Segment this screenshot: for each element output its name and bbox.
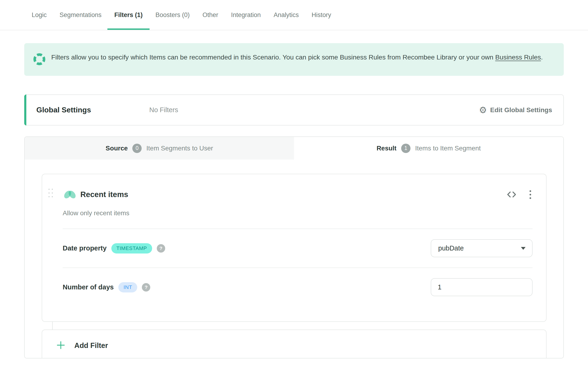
timestamp-type-badge: TIMESTAMP bbox=[111, 243, 152, 254]
date-property-label: Date property bbox=[63, 244, 107, 252]
tab-filters[interactable]: Filters (1) bbox=[114, 0, 143, 30]
param-row-number-of-days: Number of days INT ? bbox=[63, 268, 533, 307]
result-tab-description: Items to Item Segment bbox=[415, 144, 481, 152]
source-tab-label: Source bbox=[105, 144, 128, 152]
banner-text-suffix: . bbox=[541, 53, 543, 61]
tab-integration[interactable]: Integration bbox=[231, 0, 261, 30]
scenario-tabbar: Logic Segmentations Filters (1) Boosters… bbox=[0, 0, 588, 30]
panel-tabs: Source 0 Item Segments to User Result 1 … bbox=[25, 137, 563, 160]
help-icon[interactable]: ? bbox=[142, 283, 150, 291]
global-settings-title: Global Settings bbox=[36, 106, 91, 114]
filter-card-header: Recent items bbox=[63, 187, 533, 202]
date-property-select-value: pubDate bbox=[438, 244, 464, 252]
tab-analytics[interactable]: Analytics bbox=[273, 0, 299, 30]
global-settings-card: Global Settings No Filters ⚙ Edit Global… bbox=[24, 94, 564, 125]
tab-other[interactable]: Other bbox=[202, 0, 218, 30]
filter-card-recent-items: Recent items Allow only recent items Dat… bbox=[42, 174, 546, 322]
gear-icon: ⚙ bbox=[479, 106, 487, 114]
number-of-days-input[interactable] bbox=[431, 278, 533, 296]
result-count-badge: 1 bbox=[401, 144, 410, 153]
add-filter-label: Add Filter bbox=[74, 342, 108, 350]
filter-description: Allow only recent items bbox=[63, 210, 533, 217]
drag-handle-icon[interactable] bbox=[48, 189, 53, 197]
banner-text: Filters allow you to specify which Items… bbox=[51, 52, 543, 63]
help-icon[interactable]: ? bbox=[157, 244, 165, 253]
global-settings-accent-bar bbox=[24, 94, 26, 125]
banner-text-main: Filters allow you to specify which Items… bbox=[51, 53, 495, 61]
code-icon[interactable] bbox=[507, 191, 516, 198]
plus-icon bbox=[57, 341, 65, 350]
filter-card-actions bbox=[507, 189, 533, 200]
tab-segmentations[interactable]: Segmentations bbox=[60, 0, 102, 30]
number-of-days-label: Number of days bbox=[63, 283, 114, 291]
life-buoy-icon bbox=[33, 53, 46, 67]
result-tab-label: Result bbox=[377, 144, 397, 152]
tab-result[interactable]: Result 1 Items to Item Segment bbox=[294, 137, 563, 160]
chevron-down-icon bbox=[521, 247, 525, 250]
date-property-select[interactable]: pubDate bbox=[431, 239, 533, 257]
tab-boosters[interactable]: Boosters (0) bbox=[155, 0, 190, 30]
edit-global-settings-button[interactable]: ⚙ Edit Global Settings bbox=[479, 106, 552, 114]
business-rules-link[interactable]: Business Rules bbox=[495, 53, 541, 61]
param-row-date-property: Date property TIMESTAMP ? pubDate bbox=[63, 229, 533, 267]
card-connector-line bbox=[52, 322, 53, 330]
tab-source[interactable]: Source 0 Item Segments to User bbox=[25, 137, 294, 160]
source-tab-description: Item Segments to User bbox=[146, 144, 213, 152]
filter-title: Recent items bbox=[80, 190, 128, 199]
tab-history[interactable]: History bbox=[312, 0, 331, 30]
tab-logic[interactable]: Logic bbox=[32, 0, 47, 30]
source-count-badge: 0 bbox=[132, 144, 142, 153]
filters-info-banner: Filters allow you to specify which Items… bbox=[24, 43, 564, 76]
filters-panel: Source 0 Item Segments to User Result 1 … bbox=[24, 136, 564, 358]
global-settings-status: No Filters bbox=[149, 106, 178, 114]
add-filter-button[interactable]: Add Filter bbox=[42, 330, 546, 358]
edit-global-settings-label: Edit Global Settings bbox=[490, 106, 552, 114]
int-type-badge: INT bbox=[118, 282, 137, 292]
recent-items-icon bbox=[63, 187, 77, 202]
kebab-menu-icon[interactable] bbox=[528, 189, 533, 200]
